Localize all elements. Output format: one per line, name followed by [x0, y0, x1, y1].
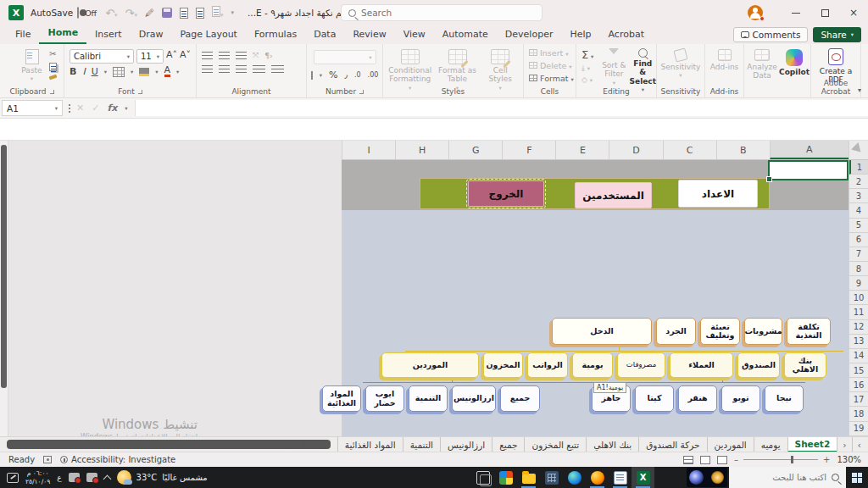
align-middle-icon[interactable]	[219, 52, 230, 59]
row-header-14[interactable]: 14	[849, 349, 868, 363]
confirm-entry-icon[interactable]: ✓	[92, 103, 99, 114]
nav-button-الاعداد[interactable]: الاعداد	[678, 180, 758, 208]
flowchart-button-مصروفات[interactable]: مصروفات	[617, 352, 665, 378]
customize-toolbar-icon[interactable]: ▾	[212, 6, 224, 19]
flowchart-button-الدخل[interactable]: الدخل	[552, 318, 652, 345]
row-header-12[interactable]: 12	[849, 320, 868, 335]
minimize-button[interactable]	[782, 0, 810, 25]
number-format-select[interactable]: ▾	[314, 50, 376, 64]
autosave-control[interactable]: AutoSave Off	[31, 8, 81, 18]
row-header-13[interactable]: 13	[849, 335, 868, 349]
select-all-corner[interactable]	[849, 141, 868, 160]
taskbar-app-notepad[interactable]	[609, 467, 632, 488]
start-button[interactable]	[846, 467, 868, 488]
taskbar-search[interactable]	[729, 467, 846, 488]
shrink-font-icon[interactable]: A˅	[180, 49, 191, 64]
redo-icon[interactable]: ↷▾	[125, 7, 137, 19]
row-header-1[interactable]: 1	[849, 160, 868, 175]
increase-decimal-icon[interactable]: .0	[354, 71, 361, 79]
flowchart-button-جميع[interactable]: جميع	[500, 385, 540, 412]
orientation-icon[interactable]: ⤧	[253, 51, 259, 60]
nav-button-المستخدمين[interactable]: المستخدمين	[575, 182, 652, 208]
ribbon-collapse-icon[interactable]: ▾	[858, 86, 861, 94]
quick-access-caret-icon[interactable]: ▾	[231, 9, 235, 16]
sheet-tab-يوميه[interactable]: يوميه	[754, 437, 787, 452]
decrease-decimal-icon[interactable]: .00	[368, 71, 379, 79]
document-icon-2[interactable]	[196, 8, 204, 19]
fill-icon[interactable]: ⤓ ▾	[581, 64, 593, 73]
fill-color-icon[interactable]	[139, 68, 149, 76]
flowchart-button-الموردين[interactable]: الموردين	[381, 352, 479, 378]
insert-cells-button[interactable]: Insert ▾	[529, 48, 576, 58]
flowchart-button-الجرد[interactable]: الجرد	[656, 318, 696, 345]
sheet-tab-الموردين[interactable]: الموردين	[707, 437, 754, 452]
row-header-15[interactable]: 15	[849, 363, 868, 378]
format-painter-icon[interactable]	[49, 75, 58, 80]
column-header-A[interactable]: A	[770, 141, 849, 159]
taskbar-app-taskview[interactable]	[471, 467, 494, 488]
flowchart-button-العملاء[interactable]: العملاء	[670, 352, 733, 378]
row-header-3[interactable]: 3	[849, 189, 868, 203]
row-header-4[interactable]: 4	[849, 203, 868, 218]
analyze-data-button[interactable]: Analyze Data	[746, 49, 778, 97]
excel-app-icon[interactable]	[8, 5, 24, 20]
delete-cells-button[interactable]: Delete ▾	[529, 61, 576, 70]
align-bottom-icon[interactable]	[236, 52, 247, 59]
document-icon-1[interactable]	[180, 8, 188, 19]
tab-page-layout[interactable]: Page Layout	[171, 26, 246, 44]
column-header-F[interactable]: F	[502, 141, 555, 159]
flowchart-button-المخزون[interactable]: المخزون	[483, 352, 523, 378]
row-header-5[interactable]: 5	[849, 219, 868, 233]
borders-icon[interactable]	[113, 67, 125, 77]
tab-home[interactable]: Home	[39, 25, 86, 44]
account-avatar[interactable]	[748, 5, 763, 20]
column-header-G[interactable]: G	[448, 141, 502, 159]
font-launcher-icon[interactable]	[138, 90, 142, 94]
decrease-indent-icon[interactable]	[253, 65, 265, 73]
sheet-tab-sheet2[interactable]: Sheet2	[787, 437, 837, 452]
tab-insert[interactable]: Insert	[86, 26, 131, 44]
flowchart-button-الرواتب[interactable]: الرواتب	[527, 352, 568, 378]
increase-indent-icon[interactable]	[271, 65, 284, 73]
number-launcher-icon[interactable]	[359, 90, 364, 94]
compose-icon[interactable]: 🖉	[145, 8, 154, 19]
cancel-entry-icon[interactable]: ✕	[76, 103, 84, 114]
sheet-tab-تتبع-المخزون[interactable]: تتبع المخزون	[524, 437, 586, 452]
share-button[interactable]: Share▾	[813, 27, 861, 42]
taskbar-app-office[interactable]	[494, 467, 517, 488]
grow-font-icon[interactable]: A˄	[166, 49, 177, 64]
name-box[interactable]: A1▾	[2, 100, 63, 116]
sheet-tab-المواد-الغذائية[interactable]: المواد الغذائية	[337, 437, 403, 452]
vertical-scrollbar[interactable]	[0, 141, 8, 436]
column-header-H[interactable]: H	[395, 141, 448, 159]
accessibility-status[interactable]: Accessibility: Investigate	[60, 455, 175, 464]
restore-button[interactable]	[810, 0, 839, 25]
ltr-icon[interactable]: ¶›	[264, 52, 272, 60]
accounting-format-icon[interactable]	[311, 71, 313, 80]
row-header-17[interactable]: 17	[849, 392, 868, 407]
nav-button-الخروج[interactable]: الخروج	[468, 180, 544, 207]
font-size-select[interactable]: 11▾	[136, 49, 164, 64]
font-color-icon[interactable]: A	[164, 66, 171, 77]
row-header-10[interactable]: 10	[849, 291, 868, 305]
sheet-nav-right-icon[interactable]: ›	[852, 437, 866, 452]
flowchart-button-كيتا[interactable]: كيتا	[635, 385, 674, 412]
formula-bar-caret-icon[interactable]: ▾	[125, 105, 127, 112]
cut-icon[interactable]: ✂	[49, 49, 57, 58]
align-right-icon[interactable]	[236, 65, 247, 73]
macro-record-icon[interactable]	[43, 456, 52, 463]
tab-review[interactable]: Review	[344, 26, 394, 44]
flowchart-button-نيجا[interactable]: نيجا	[765, 385, 804, 412]
save-icon[interactable]	[162, 8, 172, 18]
comma-style-icon[interactable]: ٫	[344, 69, 348, 80]
flowchart-button-تويو[interactable]: تويو	[721, 385, 760, 412]
percent-style-icon[interactable]: %	[329, 69, 337, 80]
namebox-divider[interactable]	[69, 108, 70, 109]
flowchart-button-مشروبات[interactable]: مشروبات	[744, 318, 782, 345]
zoom-level[interactable]: 130%	[837, 455, 861, 464]
taskbar-app-firefox[interactable]	[586, 467, 609, 488]
grid-body[interactable]: الخروجالمستخدمينالاعداد تكلفة التغذيةمشر…	[342, 160, 849, 436]
flowchart-button-التنمية[interactable]: التنمية	[409, 385, 448, 412]
row-header-11[interactable]: 11	[849, 305, 868, 319]
bold-button[interactable]: B	[70, 66, 76, 77]
